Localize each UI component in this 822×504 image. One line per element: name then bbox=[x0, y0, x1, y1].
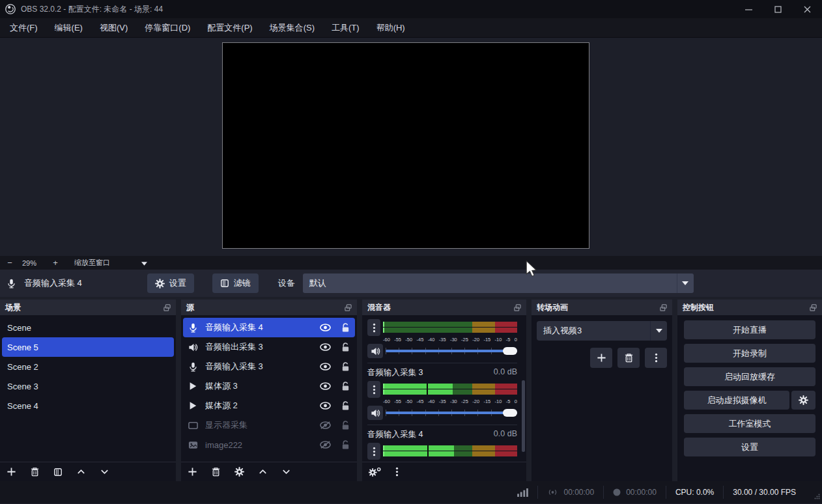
maximize-button[interactable] bbox=[763, 0, 793, 18]
add-source-button[interactable] bbox=[188, 467, 197, 477]
add-transition-button[interactable] bbox=[590, 348, 612, 368]
control-button[interactable]: 工作室模式 bbox=[684, 414, 815, 433]
menu-item[interactable]: 编辑(E) bbox=[46, 18, 91, 37]
control-button[interactable]: 设置 bbox=[684, 438, 815, 456]
mixer-slider-row bbox=[367, 344, 517, 358]
mute-button[interactable] bbox=[367, 406, 383, 420]
mute-button[interactable] bbox=[367, 344, 383, 358]
resize-grip[interactable] bbox=[814, 492, 820, 501]
scene-item[interactable]: Scene 4 bbox=[2, 396, 174, 415]
popout-icon[interactable] bbox=[660, 304, 667, 311]
move-scene-down-button[interactable] bbox=[100, 467, 109, 477]
eye-icon[interactable] bbox=[320, 402, 331, 410]
transition-dropdown[interactable]: 插入视频3 bbox=[537, 321, 667, 341]
zoom-dropdown-caret-icon[interactable] bbox=[141, 259, 147, 267]
scene-item[interactable]: Scene bbox=[2, 318, 174, 337]
menu-item[interactable]: 文件(F) bbox=[1, 18, 46, 37]
device-dropdown[interactable]: 默认 bbox=[303, 273, 694, 293]
eye-icon[interactable] bbox=[320, 363, 331, 371]
popout-icon[interactable] bbox=[345, 304, 352, 311]
source-item[interactable]: 媒体源 2 bbox=[183, 396, 355, 415]
mixer-item-menu-button[interactable] bbox=[367, 319, 380, 336]
popout-icon[interactable] bbox=[514, 304, 521, 311]
remove-source-button[interactable] bbox=[211, 467, 221, 477]
control-button[interactable]: 开始录制 bbox=[684, 344, 815, 363]
menu-item[interactable]: 场景集合(S) bbox=[261, 18, 323, 37]
mixer-item-menu-button[interactable] bbox=[367, 381, 380, 398]
menu-item[interactable]: 工具(T) bbox=[323, 18, 368, 37]
minimize-button[interactable] bbox=[734, 0, 763, 18]
source-item[interactable]: image222 bbox=[183, 435, 355, 455]
scale-tick-label: -10 bbox=[495, 337, 502, 343]
zoom-in-button[interactable]: + bbox=[51, 258, 60, 268]
advanced-audio-button[interactable] bbox=[369, 467, 382, 477]
source-properties-button[interactable] bbox=[234, 467, 244, 477]
menu-item[interactable]: 帮助(H) bbox=[368, 18, 414, 37]
close-button[interactable] bbox=[793, 0, 822, 18]
scale-tick-label: -60 bbox=[383, 337, 390, 343]
move-source-up-button[interactable] bbox=[258, 467, 268, 477]
source-item[interactable]: 显示器采集 bbox=[183, 415, 355, 435]
popout-icon[interactable] bbox=[810, 304, 817, 311]
lock-open-icon[interactable] bbox=[341, 343, 350, 352]
caret-down-icon[interactable] bbox=[650, 321, 667, 341]
mixer-menu-button[interactable] bbox=[395, 467, 399, 477]
scene-filters-button[interactable] bbox=[53, 468, 63, 477]
meter-channel bbox=[383, 384, 517, 389]
slider-handle[interactable] bbox=[503, 347, 517, 355]
move-scene-up-button[interactable] bbox=[76, 467, 86, 477]
slider-handle[interactable] bbox=[503, 409, 517, 417]
lock-open-icon[interactable] bbox=[341, 382, 350, 391]
control-button[interactable]: 启动虚拟摄像机 bbox=[684, 391, 789, 410]
control-button[interactable]: 启动回放缓存 bbox=[684, 367, 815, 386]
scrollbar-thumb[interactable] bbox=[522, 380, 525, 452]
meter-input-tick bbox=[383, 384, 384, 389]
lock-open-icon[interactable] bbox=[341, 421, 350, 430]
lock-open-icon[interactable] bbox=[341, 323, 350, 333]
scene-item[interactable]: Scene 3 bbox=[2, 376, 174, 396]
mixer-scrollbar[interactable] bbox=[522, 318, 525, 460]
volume-slider[interactable] bbox=[386, 408, 517, 418]
meter-input-tick bbox=[383, 328, 384, 333]
preview-canvas[interactable] bbox=[222, 42, 589, 249]
source-item[interactable]: 媒体源 3 bbox=[183, 376, 355, 396]
eye-slash-icon[interactable] bbox=[320, 421, 331, 429]
source-settings-button[interactable]: 设置 bbox=[147, 273, 194, 293]
menu-item[interactable]: 配置文件(P) bbox=[199, 18, 261, 37]
menu-item[interactable]: 停靠窗口(D) bbox=[136, 18, 199, 37]
zoom-out-button[interactable]: − bbox=[5, 258, 14, 268]
eye-icon[interactable] bbox=[320, 343, 331, 351]
volume-slider[interactable] bbox=[386, 346, 517, 356]
virtual-camera-settings-button[interactable] bbox=[791, 391, 815, 410]
scene-item[interactable]: Scene 5 bbox=[2, 337, 174, 357]
scene-item[interactable]: Scene 2 bbox=[2, 357, 174, 376]
source-filters-button[interactable]: 滤镜 bbox=[212, 273, 259, 293]
lock-open-icon[interactable] bbox=[341, 362, 350, 372]
zoom-fit-label[interactable]: 缩放至窗口 bbox=[74, 258, 110, 268]
menu-item[interactable]: 视图(V) bbox=[91, 18, 136, 37]
control-button[interactable]: 开始直播 bbox=[684, 320, 815, 339]
source-item[interactable]: 音频输入采集 4 bbox=[183, 318, 355, 337]
popout-icon[interactable] bbox=[163, 304, 171, 311]
source-item-label: 音频输入采集 3 bbox=[205, 361, 320, 372]
eye-slash-icon[interactable] bbox=[320, 441, 331, 449]
source-item[interactable]: 音频输入采集 3 bbox=[183, 357, 355, 376]
eye-icon[interactable] bbox=[320, 324, 331, 331]
remove-transition-button[interactable] bbox=[617, 348, 640, 368]
scale-tick-label: -25 bbox=[461, 337, 468, 343]
lock-open-icon[interactable] bbox=[341, 440, 350, 450]
eye-icon[interactable] bbox=[320, 382, 331, 390]
mixer-item: 音频输入采集 30.0 dB-60-55-50-45-40-35-30-25-2… bbox=[367, 367, 517, 420]
scale-tick-label: -5 bbox=[506, 399, 511, 404]
source-item[interactable]: 音频输出采集 3 bbox=[183, 337, 355, 357]
add-scene-button[interactable] bbox=[7, 467, 16, 477]
transition-menu-button[interactable] bbox=[645, 348, 667, 368]
source-item-label: 音频输出采集 3 bbox=[205, 341, 320, 353]
mixer-item-menu-button[interactable] bbox=[367, 443, 380, 460]
remove-scene-button[interactable] bbox=[30, 467, 40, 477]
lock-open-icon[interactable] bbox=[341, 401, 350, 411]
meter-channel bbox=[383, 322, 517, 327]
caret-down-icon[interactable] bbox=[677, 273, 694, 293]
move-source-down-button[interactable] bbox=[281, 467, 291, 477]
source-properties-bar: 音频输入采集 4 设置 滤镜 设备 默认 bbox=[0, 270, 822, 297]
